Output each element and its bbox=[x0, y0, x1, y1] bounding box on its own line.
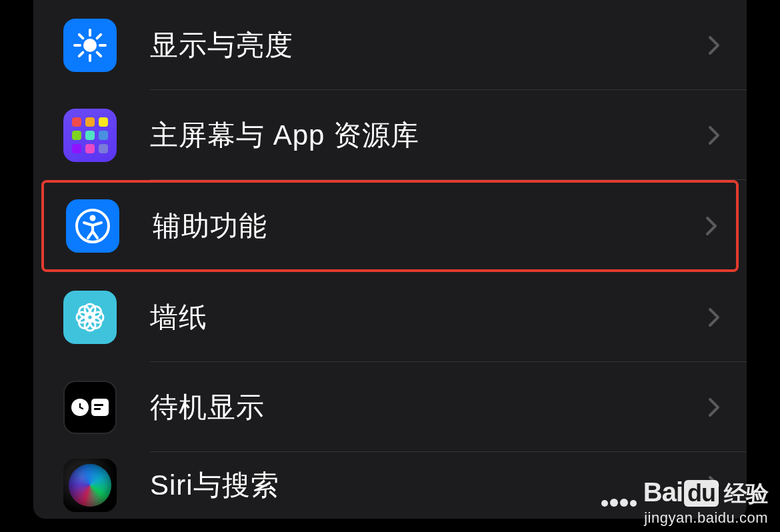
settings-row-label: 墙纸 bbox=[150, 299, 708, 336]
settings-row-standby[interactable]: 待机显示 bbox=[33, 362, 747, 452]
svg-line-7 bbox=[79, 52, 83, 56]
standby-icon bbox=[63, 381, 117, 434]
wallpaper-icon bbox=[63, 291, 117, 344]
app-grid-icon bbox=[63, 109, 117, 162]
settings-row-label: 主屏幕与 App 资源库 bbox=[150, 117, 708, 154]
svg-line-8 bbox=[97, 34, 101, 38]
settings-row-accessibility[interactable]: 辅助功能 bbox=[41, 180, 739, 272]
chevron-right-icon bbox=[708, 125, 720, 145]
chevron-right-icon bbox=[708, 475, 720, 495]
svg-point-0 bbox=[83, 39, 97, 52]
svg-line-5 bbox=[79, 34, 83, 38]
siri-icon bbox=[63, 459, 117, 512]
svg-point-10 bbox=[90, 215, 96, 221]
settings-row-wallpaper[interactable]: 墙纸 bbox=[33, 272, 747, 362]
settings-row-label: 待机显示 bbox=[150, 389, 708, 426]
svg-line-6 bbox=[97, 52, 101, 56]
chevron-right-icon bbox=[708, 307, 720, 327]
settings-row-display[interactable]: 显示与亮度 bbox=[33, 0, 747, 90]
settings-row-label: Siri与搜索 bbox=[150, 467, 708, 504]
chevron-right-icon bbox=[708, 35, 720, 55]
brightness-icon bbox=[63, 19, 117, 72]
settings-row-label: 显示与亮度 bbox=[150, 27, 708, 64]
settings-list: 显示与亮度 主屏幕与 App 资源库 辅助功能 bbox=[33, 0, 747, 519]
settings-row-label: 辅助功能 bbox=[153, 207, 705, 245]
chevron-right-icon bbox=[705, 216, 717, 236]
settings-row-home-screen[interactable]: 主屏幕与 App 资源库 bbox=[33, 90, 747, 180]
settings-row-siri[interactable]: Siri与搜索 bbox=[33, 452, 747, 519]
chevron-right-icon bbox=[708, 397, 720, 417]
accessibility-icon bbox=[66, 199, 119, 253]
